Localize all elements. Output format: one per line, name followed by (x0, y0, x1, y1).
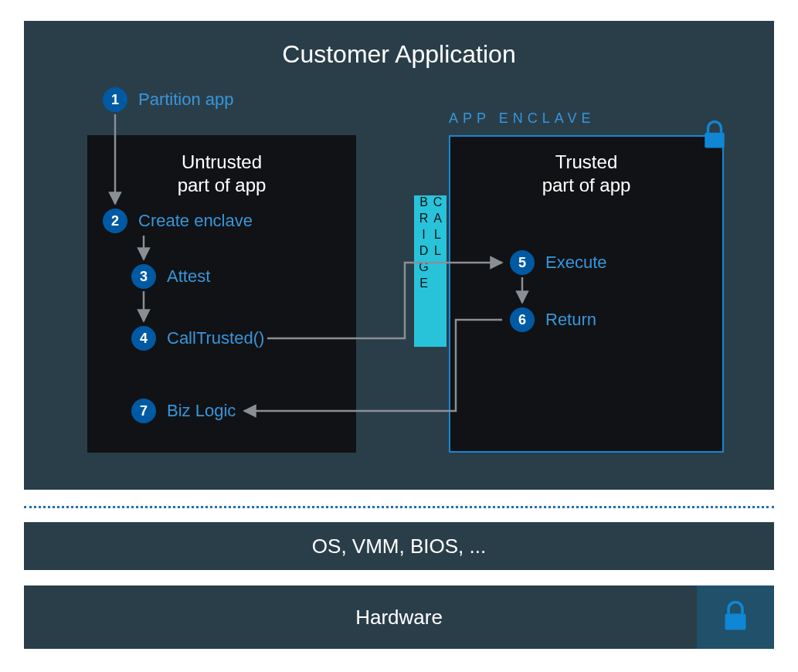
call-bridge: CALL BRIDGE (414, 195, 447, 347)
customer-application-title: Customer Application (24, 40, 774, 69)
step-5-badge: 5 (510, 250, 535, 275)
app-enclave-label: APP ENCLAVE (449, 110, 595, 127)
step-1: 1 Partition app (103, 87, 234, 112)
step-4-label: CallTrusted() (167, 328, 264, 348)
step-4: 4 CallTrusted() (131, 326, 264, 351)
step-2: 2 Create enclave (103, 209, 253, 233)
step-7: 7 Biz Logic (131, 399, 236, 423)
step-1-badge: 1 (103, 87, 127, 112)
step-3-badge: 3 (131, 264, 156, 289)
step-2-badge: 2 (103, 209, 127, 233)
step-3-label: Attest (167, 266, 210, 287)
step-5-label: Execute (545, 253, 607, 273)
trusted-panel-title: Trusted part of app (449, 151, 724, 197)
dotted-divider (24, 506, 774, 508)
svg-rect-5 (725, 614, 746, 630)
os-bar: OS, VMM, BIOS, ... (24, 522, 774, 570)
trusted-title-line2: part of app (542, 175, 631, 195)
diagram-canvas: Customer Application Untrusted part of a… (0, 0, 798, 672)
untrusted-title-line1: Untrusted (182, 151, 262, 172)
step-6-label: Return (545, 310, 596, 330)
step-5: 5 Execute (510, 250, 607, 275)
step-2-label: Create enclave (138, 211, 253, 231)
svg-rect-0 (705, 133, 725, 148)
trusted-title-line1: Trusted (555, 151, 617, 172)
hardware-bar-label: Hardware (355, 606, 443, 630)
step-3: 3 Attest (131, 264, 210, 289)
lock-icon (722, 601, 749, 633)
call-bridge-label: CALL BRIDGE (416, 195, 444, 347)
os-bar-label: OS, VMM, BIOS, ... (312, 535, 486, 558)
hardware-lock-box (697, 585, 774, 649)
untrusted-panel-title: Untrusted part of app (87, 151, 356, 197)
hardware-bar: Hardware (24, 585, 774, 649)
step-7-badge: 7 (131, 399, 156, 423)
step-6-badge: 6 (510, 307, 535, 332)
untrusted-title-line2: part of app (178, 175, 267, 195)
step-4-badge: 4 (131, 326, 156, 351)
step-6: 6 Return (510, 307, 596, 332)
step-1-label: Partition app (138, 90, 234, 110)
lock-icon (701, 120, 728, 151)
step-7-label: Biz Logic (167, 401, 236, 421)
